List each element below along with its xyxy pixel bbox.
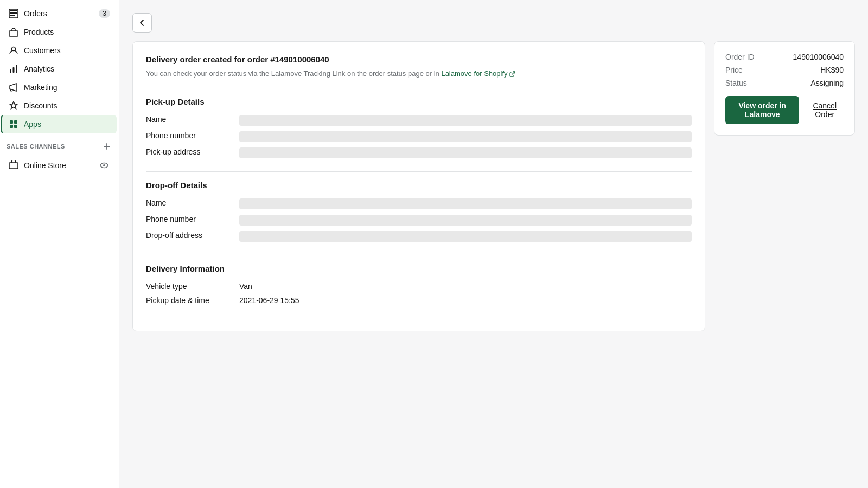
svg-rect-2 xyxy=(10,69,11,73)
analytics-icon xyxy=(9,64,18,74)
orders-icon xyxy=(9,9,18,18)
action-buttons: View order in Lalamove Cancel Order xyxy=(725,96,844,124)
svg-rect-7 xyxy=(10,125,13,128)
pickup-name-value xyxy=(239,115,692,126)
sidebar-item-customers[interactable]: Customers xyxy=(2,41,117,60)
order-summary-card: Order ID 149010006040 Price HK$90 Status… xyxy=(714,41,855,136)
price-label: Price xyxy=(725,66,743,74)
sidebar-item-discounts-label: Discounts xyxy=(24,101,57,110)
pickup-phone-value xyxy=(239,131,692,142)
sales-channels-header: SALES CHANNELS xyxy=(0,133,119,155)
price-row: Price HK$90 xyxy=(725,66,844,74)
pickup-phone-label: Phone number xyxy=(146,131,233,142)
dropoff-details-grid: Name Phone number Drop-off address xyxy=(146,198,692,242)
online-store-label: Online Store xyxy=(24,161,66,170)
delivery-order-title: Delivery order created for order #149010… xyxy=(146,55,692,64)
online-store-eye-button[interactable] xyxy=(98,159,110,171)
svg-rect-0 xyxy=(9,31,18,36)
pickup-section-title: Pick-up Details xyxy=(146,97,692,106)
pickup-datetime-label: Pickup date & time xyxy=(146,296,233,305)
svg-rect-5 xyxy=(10,120,13,124)
dropoff-name-label: Name xyxy=(146,198,233,209)
online-store-icon xyxy=(9,160,18,170)
sidebar-item-online-store[interactable]: Online Store xyxy=(2,155,117,176)
svg-rect-8 xyxy=(14,125,17,128)
pickup-details-grid: Name Phone number Pick-up address xyxy=(146,115,692,158)
main-content: Delivery order created for order #149010… xyxy=(119,0,868,488)
order-id-value: 149010006040 xyxy=(793,53,844,61)
pickup-address-value xyxy=(239,147,692,158)
discounts-icon xyxy=(9,101,18,111)
sidebar-item-orders[interactable]: Orders 3 xyxy=(2,4,117,23)
sidebar-item-apps[interactable]: Apps xyxy=(1,115,117,133)
view-order-button[interactable]: View order in Lalamove xyxy=(725,96,799,124)
sidebar-item-marketing[interactable]: Marketing xyxy=(2,78,117,97)
sidebar-item-orders-label: Orders xyxy=(24,9,47,18)
add-sales-channel-button[interactable] xyxy=(101,141,112,152)
sidebar-item-discounts[interactable]: Discounts xyxy=(2,97,117,115)
svg-point-11 xyxy=(103,164,105,166)
svg-rect-4 xyxy=(16,65,17,73)
svg-rect-3 xyxy=(13,67,15,73)
order-info: Order ID 149010006040 Price HK$90 Status… xyxy=(725,53,844,87)
dropoff-address-value xyxy=(239,231,692,242)
order-id-label: Order ID xyxy=(725,53,755,61)
pickup-datetime-value: 2021-06-29 15:55 xyxy=(239,296,692,305)
order-id-row: Order ID 149010006040 xyxy=(725,53,844,61)
delivery-order-header: Delivery order created for order #149010… xyxy=(146,55,692,79)
customers-icon xyxy=(9,46,18,55)
delivery-subtitle-prefix: You can check your order status via the … xyxy=(146,69,439,78)
dropoff-phone-value xyxy=(239,215,692,226)
products-icon xyxy=(9,27,18,37)
sidebar: Orders 3 Products Customers xyxy=(0,0,119,488)
orders-badge: 3 xyxy=(99,9,110,18)
sidebar-item-products[interactable]: Products xyxy=(2,23,117,41)
dropoff-details-section: Drop-off Details Name Phone number Drop-… xyxy=(146,181,692,242)
vehicle-type-value: Van xyxy=(239,282,692,291)
content-layout: Delivery order created for order #149010… xyxy=(132,41,855,331)
delivery-info-section: Delivery Information Vehicle type Van Pi… xyxy=(146,264,692,305)
pickup-details-section: Pick-up Details Name Phone number Pick-u… xyxy=(146,97,692,158)
sidebar-item-analytics-label: Analytics xyxy=(24,65,54,73)
delivery-info-title: Delivery Information xyxy=(146,264,692,273)
dropoff-phone-label: Phone number xyxy=(146,215,233,226)
external-link-icon xyxy=(509,70,516,77)
svg-rect-9 xyxy=(9,163,18,169)
cancel-order-button[interactable]: Cancel Order xyxy=(806,96,844,124)
status-row: Status Assigning xyxy=(725,79,844,87)
status-label: Status xyxy=(725,79,747,87)
dropoff-section-title: Drop-off Details xyxy=(146,181,692,190)
vehicle-type-label: Vehicle type xyxy=(146,282,233,291)
delivery-info-grid: Vehicle type Van Pickup date & time 2021… xyxy=(146,282,692,305)
pickup-address-label: Pick-up address xyxy=(146,147,233,158)
dropoff-address-label: Drop-off address xyxy=(146,231,233,242)
svg-rect-6 xyxy=(14,120,17,124)
status-value: Assigning xyxy=(810,79,844,87)
delivery-order-subtitle: You can check your order status via the … xyxy=(146,68,692,79)
price-value: HK$90 xyxy=(820,66,844,74)
sidebar-item-products-label: Products xyxy=(24,28,54,36)
sidebar-item-apps-label: Apps xyxy=(24,120,41,129)
pickup-name-label: Name xyxy=(146,115,233,126)
back-button[interactable] xyxy=(132,13,152,33)
sidebar-item-marketing-label: Marketing xyxy=(24,83,57,92)
sales-channels-label: SALES CHANNELS xyxy=(7,143,65,150)
lalamove-link-text: Lalamove for Shopify xyxy=(441,68,507,79)
sidebar-item-analytics[interactable]: Analytics xyxy=(2,60,117,78)
sidebar-item-customers-label: Customers xyxy=(24,46,61,55)
lalamove-link[interactable]: Lalamove for Shopify xyxy=(441,68,515,79)
marketing-icon xyxy=(9,82,18,92)
apps-icon xyxy=(9,119,18,129)
dropoff-name-value xyxy=(239,198,692,209)
main-delivery-card: Delivery order created for order #149010… xyxy=(132,41,705,331)
